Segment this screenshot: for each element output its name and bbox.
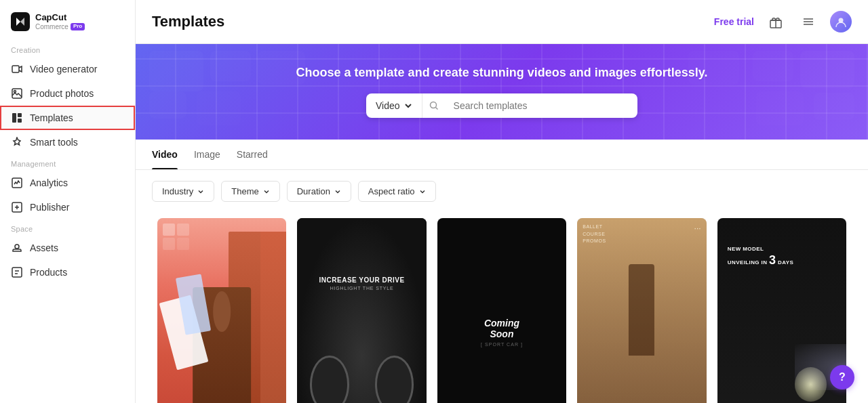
search-type-dropdown[interactable]: Video <box>366 93 422 118</box>
sidebar-item-smart-tools[interactable]: Smart tools <box>0 130 135 154</box>
template-thumbnail: NEW MODELUNVEILING IN 3 DAYS <box>717 218 846 403</box>
svg-rect-4 <box>12 113 16 123</box>
sidebar-item-label: Product photos <box>30 88 94 99</box>
smart-icon <box>11 136 23 148</box>
capcut-logo-icon <box>11 12 30 31</box>
logo: CapCut Commerce Pro <box>0 0 135 41</box>
sidebar-item-video-generator[interactable]: Video generator <box>0 57 135 81</box>
sidebar-item-templates[interactable]: Templates <box>0 106 135 130</box>
template-thumbnail: ComingSoon [ SPORT CAR ] <box>437 218 566 403</box>
analytics-icon <box>11 177 23 189</box>
sidebar-item-label: Templates <box>30 112 73 123</box>
svg-rect-10 <box>12 268 22 277</box>
sidebar-item-products[interactable]: Products <box>0 260 135 284</box>
header-actions: Free trial <box>714 11 852 33</box>
hero-banner: Choose a template and create stunning vi… <box>136 44 868 140</box>
question-mark-icon: ? <box>839 371 846 383</box>
svg-point-16 <box>430 102 436 108</box>
search-icon <box>422 101 444 110</box>
chevron-down-icon <box>197 188 204 195</box>
chevron-down-icon <box>334 188 341 195</box>
sidebar-item-publisher[interactable]: Publisher <box>0 195 135 219</box>
help-button[interactable]: ? <box>830 365 854 389</box>
search-type-label: Video <box>376 100 400 111</box>
avatar-icon <box>834 15 848 28</box>
template-card-fashion[interactable] <box>152 213 292 403</box>
content-tabs: Video Image Starred <box>136 140 868 170</box>
template-thumbnail: Ballet Course Promos ··· BalletClass <box>577 218 706 403</box>
pro-badge: Pro <box>71 23 85 30</box>
templates-icon <box>11 112 23 124</box>
search-input[interactable] <box>444 93 637 118</box>
sidebar: CapCut Commerce Pro Creation Video gener… <box>0 0 136 403</box>
svg-rect-5 <box>18 113 22 117</box>
logo-sub-text: Commerce Pro <box>35 23 85 30</box>
svg-point-9 <box>15 245 19 249</box>
template-thumbnail: INCREASE YOUR DRIVE HIGHLIGHT THE STYLE … <box>297 218 426 403</box>
sidebar-item-label: Products <box>30 267 67 278</box>
sidebar-item-assets[interactable]: Assets <box>0 236 135 260</box>
template-card-ballet[interactable]: Ballet Course Promos ··· BalletClass <box>572 213 711 403</box>
chevron-down-icon <box>263 188 270 195</box>
gift-icon-button[interactable] <box>765 11 787 33</box>
search-container: Video <box>366 93 637 118</box>
tab-starred[interactable]: Starred <box>237 140 268 169</box>
sidebar-item-label: Publisher <box>30 202 69 213</box>
tab-video[interactable]: Video <box>152 140 178 169</box>
free-trial-button[interactable]: Free trial <box>714 16 754 27</box>
template-card-coming-soon[interactable]: ComingSoon [ SPORT CAR ] <box>432 213 572 403</box>
assets-icon <box>11 242 23 254</box>
chevron-down-icon <box>404 102 412 110</box>
banner-headline: Choose a template and create stunning vi… <box>296 66 708 80</box>
logo-text: CapCut Commerce Pro <box>35 13 85 30</box>
industry-filter[interactable]: Industry <box>152 181 214 202</box>
photo-icon <box>11 87 23 100</box>
sidebar-item-label: Video generator <box>30 64 97 75</box>
content-area: Choose a template and create stunning vi… <box>136 44 868 403</box>
svg-rect-6 <box>18 119 22 123</box>
menu-icon-button[interactable] <box>797 11 819 33</box>
duration-filter[interactable]: Duration <box>287 181 351 202</box>
products-icon <box>11 266 23 278</box>
template-card-auto[interactable]: INCREASE YOUR DRIVE HIGHLIGHT THE STYLE … <box>292 213 431 403</box>
video-icon <box>11 63 23 75</box>
theme-filter[interactable]: Theme <box>221 181 279 202</box>
template-thumbnail <box>157 218 286 403</box>
templates-grid: INCREASE YOUR DRIVE HIGHLIGHT THE STYLE … <box>136 213 868 403</box>
hamburger-icon <box>802 15 815 28</box>
svg-rect-1 <box>12 66 19 72</box>
aspect-ratio-filter[interactable]: Aspect ratio <box>358 181 436 202</box>
management-section-label: Management <box>0 154 135 171</box>
banner-decoration <box>136 44 868 140</box>
filters-bar: Industry Theme Duration Aspect ratio <box>136 170 868 213</box>
page-title: Templates <box>152 13 224 30</box>
sidebar-item-label: Assets <box>30 242 58 253</box>
main-content: Templates Free trial <box>136 0 868 403</box>
user-avatar[interactable] <box>830 11 852 33</box>
tab-image[interactable]: Image <box>194 140 220 169</box>
gift-icon <box>769 15 783 28</box>
sidebar-item-product-photos[interactable]: Product photos <box>0 81 135 106</box>
space-section-label: Space <box>0 219 135 236</box>
logo-main-text: CapCut <box>35 13 85 22</box>
sidebar-item-label: Analytics <box>30 177 68 188</box>
page-header: Templates Free trial <box>136 0 868 44</box>
chevron-down-icon <box>419 188 426 195</box>
sidebar-item-label: Smart tools <box>30 137 78 148</box>
creation-section-label: Creation <box>0 41 135 57</box>
sidebar-item-analytics[interactable]: Analytics <box>0 171 135 195</box>
publisher-icon <box>11 201 23 213</box>
